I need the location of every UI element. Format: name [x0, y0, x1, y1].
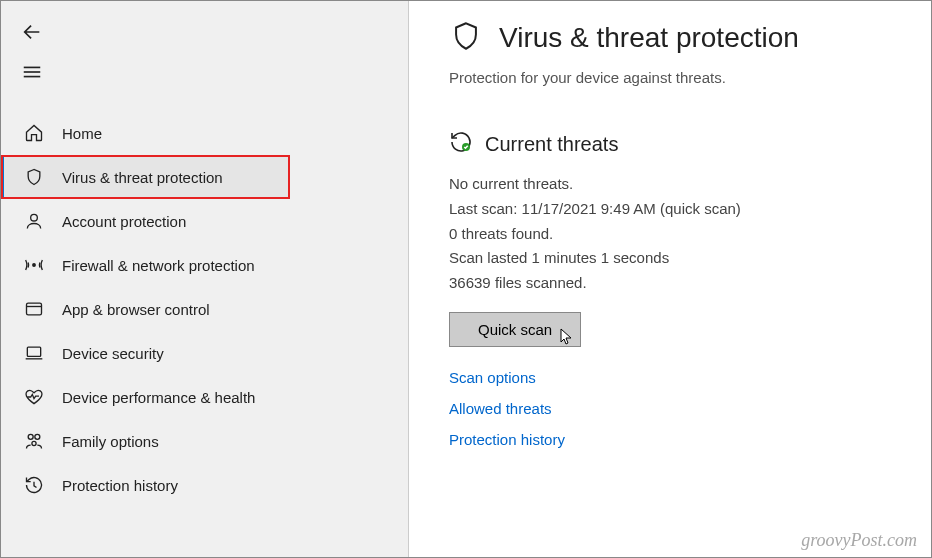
sidebar-item-label: Device security	[62, 345, 164, 362]
nav-list: Home Virus & threat protection Account p…	[1, 111, 408, 507]
sidebar-item-family[interactable]: Family options	[1, 419, 408, 463]
cursor-icon	[560, 328, 574, 349]
section-title: Current threats	[485, 133, 618, 156]
sidebar-item-label: App & browser control	[62, 301, 210, 318]
threat-status-block: No current threats. Last scan: 11/17/202…	[449, 172, 891, 296]
family-icon	[24, 431, 44, 451]
sidebar-item-home[interactable]: Home	[1, 111, 408, 155]
svg-rect-7	[27, 347, 40, 356]
section-header-current-threats: Current threats	[449, 130, 891, 158]
shield-icon	[449, 19, 483, 57]
last-scan-text: Last scan: 11/17/2021 9:49 AM (quick sca…	[449, 197, 891, 222]
sidebar: Home Virus & threat protection Account p…	[1, 1, 409, 557]
svg-rect-5	[27, 303, 42, 315]
link-allowed-threats[interactable]: Allowed threats	[449, 400, 891, 417]
sidebar-item-app-browser[interactable]: App & browser control	[1, 287, 408, 331]
sidebar-item-account[interactable]: Account protection	[1, 199, 408, 243]
watermark: groovyPost.com	[801, 530, 917, 551]
sidebar-item-label: Protection history	[62, 477, 178, 494]
svg-point-3	[31, 214, 38, 221]
sidebar-item-protection-history[interactable]: Protection history	[1, 463, 408, 507]
menu-button[interactable]	[21, 61, 43, 83]
sidebar-item-performance[interactable]: Device performance & health	[1, 375, 408, 419]
home-icon	[24, 123, 44, 143]
sidebar-item-label: Virus & threat protection	[62, 169, 223, 186]
quick-scan-button[interactable]: Quick scan	[449, 312, 581, 347]
sidebar-item-label: Device performance & health	[62, 389, 255, 406]
antenna-icon	[24, 255, 44, 275]
links-block: Scan options Allowed threats Protection …	[449, 369, 891, 448]
scan-duration-text: Scan lasted 1 minutes 1 seconds	[449, 246, 891, 271]
page-title: Virus & threat protection	[499, 22, 799, 54]
sidebar-item-device-security[interactable]: Device security	[1, 331, 408, 375]
page-header: Virus & threat protection	[449, 19, 891, 57]
sidebar-item-label: Firewall & network protection	[62, 257, 255, 274]
sidebar-item-virus-threat[interactable]: Virus & threat protection	[1, 155, 290, 199]
account-icon	[24, 211, 44, 231]
threats-found-text: 0 threats found.	[449, 222, 891, 247]
sidebar-item-label: Family options	[62, 433, 159, 450]
shield-icon	[24, 167, 44, 187]
link-protection-history[interactable]: Protection history	[449, 431, 891, 448]
history-icon	[24, 475, 44, 495]
page-subtitle: Protection for your device against threa…	[449, 69, 891, 86]
files-scanned-text: 36639 files scanned.	[449, 271, 891, 296]
svg-point-8	[28, 434, 33, 439]
back-button[interactable]	[21, 21, 43, 43]
sidebar-top-controls	[1, 9, 408, 111]
browser-icon	[24, 299, 44, 319]
laptop-icon	[24, 343, 44, 363]
threat-status-text: No current threats.	[449, 172, 891, 197]
link-scan-options[interactable]: Scan options	[449, 369, 891, 386]
main-content: Virus & threat protection Protection for…	[409, 1, 931, 557]
security-window: Home Virus & threat protection Account p…	[0, 0, 932, 558]
sidebar-item-label: Account protection	[62, 213, 186, 230]
svg-point-4	[33, 264, 36, 267]
sidebar-item-label: Home	[62, 125, 102, 142]
svg-point-10	[32, 441, 36, 445]
sidebar-item-firewall[interactable]: Firewall & network protection	[1, 243, 408, 287]
heart-pulse-icon	[24, 387, 44, 407]
scan-status-icon	[449, 130, 473, 158]
quick-scan-label: Quick scan	[478, 321, 552, 338]
svg-point-9	[35, 434, 40, 439]
